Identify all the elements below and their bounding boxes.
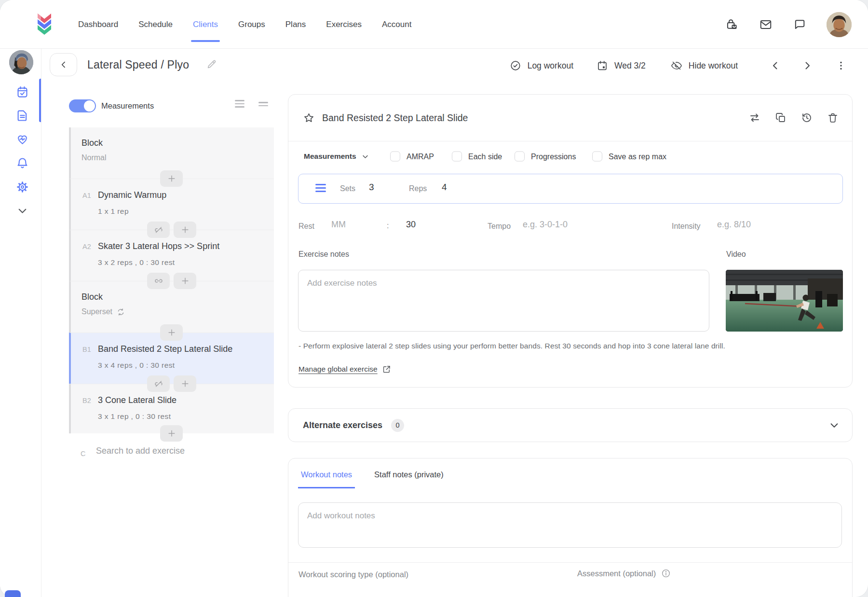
page-title: Lateral Speed / Plyo	[87, 58, 189, 71]
add-exercise-button[interactable]	[174, 222, 196, 238]
client-avatar[interactable]	[9, 50, 33, 74]
sets-input[interactable]	[369, 182, 394, 193]
drag-handle-icon[interactable]	[315, 184, 326, 194]
eye-off-icon	[671, 60, 682, 71]
back-button[interactable]	[50, 53, 77, 76]
intensity-input[interactable]	[717, 220, 789, 230]
condensed-view-icon[interactable]	[258, 102, 268, 108]
checkbox-amrap[interactable]: AMRAP	[390, 152, 434, 162]
manage-global-exercise-link[interactable]: Manage global exercise	[298, 365, 391, 374]
star-icon[interactable]	[303, 112, 315, 124]
workout-date-button[interactable]: Wed 3/2	[597, 60, 646, 71]
add-exercise-button[interactable]	[160, 324, 183, 341]
tempo-input[interactable]	[523, 220, 614, 230]
assessment-field: Assessment (optional)	[577, 569, 671, 578]
expanded-view-icon[interactable]	[235, 100, 244, 110]
reps-label: Reps	[409, 184, 427, 193]
rest-seconds-input[interactable]	[406, 220, 440, 230]
search-add-exercise-input[interactable]	[96, 446, 255, 456]
tab-staff-notes[interactable]: Staff notes (private)	[371, 458, 447, 488]
heart-pulse-icon[interactable]	[16, 133, 29, 146]
header-actions: Log workout Wed 3/2 Hide workout	[510, 49, 847, 83]
tempo-label: Tempo	[488, 222, 511, 231]
unlink-exercises-button[interactable]	[147, 375, 170, 392]
app-logo-icon[interactable]	[34, 13, 55, 36]
gear-icon[interactable]	[16, 180, 29, 194]
exercise-video-thumbnail[interactable]	[726, 270, 843, 332]
notes-tabs: Workout notes Staff notes (private)	[298, 458, 447, 488]
hide-workout-button[interactable]: Hide workout	[671, 60, 738, 71]
workout-notes-card: Workout notes Staff notes (private) Work…	[288, 458, 853, 597]
history-icon[interactable]	[801, 112, 813, 124]
workout-notes-textarea[interactable]	[298, 502, 842, 548]
unlink-exercises-button[interactable]	[147, 222, 170, 238]
chevron-right-icon	[801, 60, 813, 71]
nav-item-dashboard[interactable]: Dashboard	[77, 16, 119, 33]
tab-workout-notes[interactable]: Workout notes	[298, 458, 355, 488]
measurements-toggle[interactable]	[69, 99, 96, 112]
checkbox-box	[592, 152, 602, 162]
video-label: Video	[726, 250, 746, 259]
chat-icon[interactable]	[793, 18, 806, 31]
measurements-toggle-label: Measurements	[101, 101, 154, 111]
rail-active-indicator	[39, 79, 41, 122]
nav-item-schedule[interactable]: Schedule	[137, 16, 174, 33]
log-workout-button[interactable]: Log workout	[510, 60, 573, 71]
divider	[288, 562, 852, 563]
nav-item-account[interactable]: Account	[381, 16, 412, 33]
workout-scoring-label: Workout scoring type (optional)	[298, 570, 408, 579]
more-menu-button[interactable]	[835, 60, 847, 71]
alternate-exercises-card[interactable]: Alternate exercises 0	[288, 408, 853, 442]
add-exercise-button[interactable]	[160, 170, 183, 187]
rest-minutes-input[interactable]	[331, 220, 375, 230]
assessment-label: Assessment (optional)	[577, 569, 656, 578]
info-icon[interactable]	[661, 569, 671, 578]
checkbox-each-side[interactable]: Each side	[452, 152, 502, 162]
prev-day-button[interactable]	[770, 60, 781, 71]
chevron-down-icon[interactable]	[16, 204, 29, 217]
checkbox-box	[452, 152, 462, 162]
client-rail	[0, 49, 41, 597]
top-nav: Dashboard Schedule Clients Groups Plans …	[0, 0, 868, 49]
superset-cycle-icon[interactable]	[117, 308, 125, 316]
add-exercise-button[interactable]	[160, 425, 183, 442]
chat-widget-peek[interactable]	[5, 590, 21, 597]
chevron-left-icon	[770, 60, 781, 71]
mail-icon[interactable]	[759, 18, 773, 31]
app-window: Dashboard Schedule Clients Groups Plans …	[0, 0, 868, 597]
nav-item-clients[interactable]: Clients	[192, 16, 219, 33]
user-avatar[interactable]	[827, 12, 852, 37]
nav-item-plans[interactable]: Plans	[285, 16, 307, 33]
rest-separator: :	[387, 222, 389, 230]
edit-title-icon[interactable]	[206, 59, 217, 69]
bell-icon[interactable]	[16, 156, 29, 169]
chevron-down-icon[interactable]	[829, 420, 840, 430]
document-icon[interactable]	[16, 109, 29, 122]
copy-exercise-icon[interactable]	[775, 112, 787, 124]
nav-links: Dashboard Schedule Clients Groups Plans …	[77, 0, 412, 49]
delete-exercise-icon[interactable]	[827, 112, 839, 124]
add-exercise-button[interactable]	[174, 273, 196, 289]
checkbox-box	[390, 152, 400, 162]
checkbox-box	[515, 152, 525, 162]
exercise-detail-card: Band Resisted 2 Step Lateral Slide Measu…	[288, 94, 853, 388]
nav-right	[725, 0, 852, 49]
add-exercise-button[interactable]	[174, 375, 196, 392]
reps-input[interactable]	[442, 182, 467, 193]
link-exercises-button[interactable]	[147, 273, 170, 289]
exercise-notes-textarea[interactable]	[298, 270, 709, 332]
workout-header: Lateral Speed / Plyo Log workout Wed 3/2…	[41, 49, 868, 83]
checkbox-save-rep-max[interactable]: Save as rep max	[592, 152, 666, 162]
nav-item-groups[interactable]: Groups	[237, 16, 266, 33]
rest-tempo-intensity-row: Rest : Tempo Intensity	[288, 216, 852, 238]
nav-item-exercises[interactable]: Exercises	[325, 16, 363, 33]
measurements-dropdown[interactable]: Measurements	[304, 152, 369, 161]
swap-exercise-icon[interactable]	[749, 112, 760, 124]
next-day-button[interactable]	[801, 60, 813, 71]
store-bag-icon[interactable]	[725, 18, 739, 31]
checkbox-progressions[interactable]: Progressions	[515, 152, 576, 162]
chevron-down-icon	[362, 153, 369, 160]
calendar-check-icon[interactable]	[16, 85, 29, 98]
exercise-notes-label: Exercise notes	[298, 250, 349, 259]
list-item-a2[interactable]: A2 Skater 3 Lateral Hops >> Sprint 3 x 2…	[69, 230, 274, 281]
